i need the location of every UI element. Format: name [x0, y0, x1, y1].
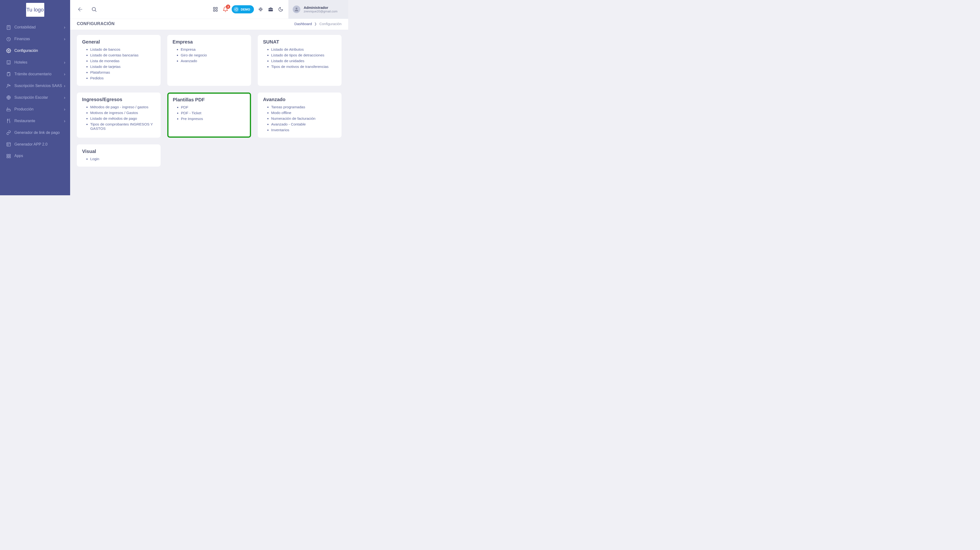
card-title: General — [82, 39, 155, 45]
grid-icon — [213, 7, 218, 12]
sidebar-item-5[interactable]: Suscripción Servicios SAAS › — [0, 80, 70, 92]
search-icon — [91, 6, 97, 12]
user-menu[interactable]: Administrador zrenrique20@gmail.com — [288, 0, 348, 19]
demo-spinner-icon — [234, 7, 239, 12]
card-title: SUNAT — [263, 39, 336, 45]
svg-rect-27 — [7, 154, 8, 155]
config-link[interactable]: Avanzado — [181, 58, 246, 64]
config-link[interactable]: Numeración de facturación — [271, 116, 336, 121]
svg-rect-24 — [7, 143, 11, 146]
sidebar-item-9[interactable]: Generador de link de pago — [0, 127, 70, 139]
logo-text: Tu logo — [26, 3, 44, 17]
svg-rect-29 — [7, 156, 8, 158]
config-link[interactable]: Listado de tarjetas — [90, 64, 155, 70]
chevron-right-icon: › — [64, 60, 65, 65]
moon-icon — [278, 7, 283, 12]
topbar: 3 DEMO — [70, 0, 348, 19]
target-icon — [6, 37, 11, 41]
breadcrumb: Dashboard ❯ Configuración — [294, 22, 342, 26]
config-link[interactable]: Motivos de ingresos / Gastos — [90, 110, 155, 116]
chevron-right-icon: › — [64, 36, 65, 41]
utensils-icon — [6, 119, 11, 123]
breadcrumb-current: Configuración — [319, 22, 342, 26]
sidebar-item-label: Hoteles — [14, 60, 64, 65]
config-link[interactable]: Tareas programadas — [271, 104, 336, 110]
config-link[interactable]: Listado de unidades — [271, 58, 336, 64]
content: General Listado de bancosListado de cuen… — [70, 30, 348, 195]
config-card-6: Visual Login — [77, 144, 161, 166]
breadcrumb-root[interactable]: Dashboard — [294, 22, 312, 26]
sidebar-item-4[interactable]: Trámite documentario › — [0, 68, 70, 80]
config-link[interactable]: Tipos de motivos de transferencias — [271, 64, 336, 70]
arrow-left-icon — [77, 6, 83, 13]
sidebar-item-label: Generador de link de pago — [14, 130, 65, 135]
demo-button[interactable]: DEMO — [232, 5, 254, 13]
card-list: Tareas programadasModo offlineNumeración… — [263, 104, 336, 133]
config-link[interactable]: Tipos de comprobantes INGRESOS Y GASTOS — [90, 121, 155, 132]
toolbox-button[interactable] — [267, 6, 274, 13]
config-link[interactable]: Giro de negocio — [181, 52, 246, 58]
config-link[interactable]: Empresa — [181, 47, 246, 52]
sidebar-item-6[interactable]: Suscripción Escolar › — [0, 92, 70, 103]
config-link[interactable]: Listado de Atributos — [271, 47, 336, 52]
config-link[interactable]: Lista de monedas — [90, 58, 155, 64]
person-plus-icon — [6, 83, 11, 88]
config-link[interactable]: Pedidos — [90, 75, 155, 81]
sidebar-item-7[interactable]: Producción › — [0, 103, 70, 115]
sidebar-item-3[interactable]: Hoteles › — [0, 57, 70, 68]
card-list: PDFPDF - TicketPre Impresos — [173, 105, 245, 122]
dark-mode-toggle[interactable] — [277, 6, 284, 13]
sidebar-item-label: Configuración — [14, 48, 65, 53]
config-link[interactable]: PDF - Ticket — [181, 110, 245, 116]
sidebar-item-11[interactable]: Apps — [0, 150, 70, 162]
cards-grid: General Listado de bancosListado de cuen… — [77, 35, 342, 166]
svg-point-9 — [8, 50, 10, 51]
notifications-button[interactable]: 3 — [222, 6, 229, 13]
logo[interactable]: Tu logo — [0, 0, 70, 19]
config-card-5: Avanzado Tareas programadasModo offlineN… — [258, 92, 342, 138]
sidebar-nav: Contabilidad › Finanzas › Configuración … — [0, 19, 70, 195]
sidebar-item-8[interactable]: Restaurante › — [0, 115, 70, 127]
sidebar-item-10[interactable]: Generador APP 2.0 — [0, 139, 70, 151]
svg-point-39 — [296, 8, 297, 10]
minimize-icon — [258, 7, 263, 12]
config-link[interactable]: Listado de bancos — [90, 47, 155, 52]
config-card-3: Ingresos/Egresos Métodos de pago - ingre… — [77, 92, 161, 138]
gear-icon — [6, 48, 11, 53]
config-link[interactable]: Login — [90, 156, 155, 162]
config-link[interactable]: Avanzado - Contable — [271, 121, 336, 127]
svg-rect-34 — [213, 7, 215, 9]
config-link[interactable]: Listado de métodos de pago — [90, 116, 155, 121]
back-button[interactable] — [77, 6, 84, 13]
card-list: Login — [82, 156, 155, 162]
config-link[interactable]: Modo offline — [271, 110, 336, 116]
sidebar-item-label: Contabilidad — [14, 25, 64, 30]
config-link[interactable]: Pre Impresos — [181, 116, 245, 122]
config-link[interactable]: PDF — [181, 105, 245, 110]
toolbox-icon — [268, 7, 273, 12]
sidebar-item-2[interactable]: Configuración — [0, 45, 70, 57]
config-link[interactable]: Plataformas — [90, 70, 155, 75]
card-title: Avanzado — [263, 97, 336, 102]
svg-rect-30 — [9, 156, 11, 158]
grid-icon — [6, 154, 11, 159]
card-title: Visual — [82, 149, 155, 154]
sidebar-item-label: Finanzas — [14, 36, 64, 41]
factory-icon — [6, 107, 11, 112]
sidebar-item-label: Generador APP 2.0 — [14, 142, 65, 147]
page-title: CONFIGURACIÓN — [77, 21, 115, 26]
chevron-right-icon: › — [64, 119, 65, 124]
config-card-1: Empresa EmpresaGiro de negocioAvanzado — [167, 35, 251, 86]
config-link[interactable]: Métodos de pago - ingreso / gastos — [90, 104, 155, 110]
card-title: Plantillas PDF — [173, 97, 245, 103]
sidebar-item-1[interactable]: Finanzas › — [0, 33, 70, 45]
config-link[interactable]: Inventarios — [271, 127, 336, 133]
chevron-right-icon: › — [64, 25, 65, 30]
fullscreen-exit-button[interactable] — [257, 6, 264, 13]
user-name: Administrador — [304, 5, 337, 10]
search-button[interactable] — [91, 6, 97, 13]
apps-button[interactable] — [212, 6, 219, 13]
config-link[interactable]: Listado de cuentas bancarias — [90, 52, 155, 58]
config-link[interactable]: Listado de tipos de detracciones — [271, 52, 336, 58]
sidebar-item-0[interactable]: Contabilidad › — [0, 22, 70, 33]
